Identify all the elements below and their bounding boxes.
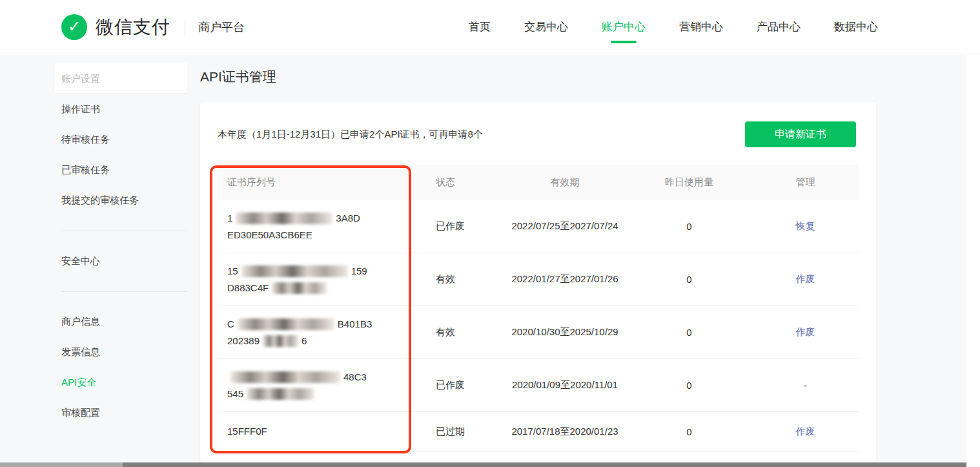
top-header: ✓ 微信支付 商户平台 首页交易中心账户中心营销中心产品中心数据中心: [0, 0, 980, 54]
sidebar-item[interactable]: 已审核任务: [55, 154, 187, 185]
table-row: 13A8DED30E50A3CB6EE已作废2022/07/25至2027/07…: [218, 200, 859, 253]
nav-item[interactable]: 数据中心: [834, 21, 878, 34]
serial-fragment: 202389: [227, 335, 260, 346]
sidebar-divider: [55, 276, 187, 306]
action-link[interactable]: 恢复: [796, 220, 815, 231]
nav-item[interactable]: 账户中心: [602, 21, 646, 34]
validity-cell: 2020/10/30至2025/10/29: [504, 326, 626, 338]
table-header: 证书序列号状态有效期昨日使用量管理: [218, 165, 859, 200]
serial-fragment: 15: [227, 265, 238, 276]
action-cell: 恢复: [752, 220, 859, 233]
logo-group: ✓ 微信支付 商户平台: [61, 0, 245, 54]
serial-fragment: 6: [301, 335, 307, 346]
usage-cell: 0: [626, 380, 752, 391]
page-title: API证书管理: [200, 68, 276, 86]
logo-text: 微信支付: [96, 15, 170, 39]
certificate-serial: 13A8DED30E50A3CB6EE: [218, 210, 420, 244]
serial-fragment: 15FFF0F: [227, 426, 267, 437]
scrollbar-thumb[interactable]: [123, 462, 966, 467]
table-body: 13A8DED30E50A3CB6EE已作废2022/07/25至2027/07…: [218, 200, 859, 451]
validity-cell: 2017/07/18至2020/01/23: [504, 426, 626, 438]
serial-fragment: 545: [227, 388, 243, 399]
nav-item[interactable]: 产品中心: [757, 21, 801, 34]
status-cell: 已作废: [420, 220, 504, 233]
horizontal-scrollbar[interactable]: [0, 462, 966, 467]
column-header: 昨日使用量: [626, 176, 752, 189]
sidebar-item[interactable]: 操作证书: [55, 94, 187, 124]
column-header: 状态: [420, 176, 504, 189]
sidebar-item[interactable]: 我提交的审核任务: [55, 185, 187, 215]
redacted-blur: [272, 282, 327, 294]
status-cell: 已作废: [420, 379, 504, 391]
redacted-blur: [263, 335, 298, 347]
serial-fragment: B401B3: [338, 318, 372, 329]
nav-item[interactable]: 首页: [469, 21, 491, 34]
redacted-blur: [230, 371, 340, 383]
action-link[interactable]: 作废: [796, 326, 815, 337]
action-cell: 作废: [752, 273, 859, 285]
table-row: 48C3545已作废2020/01/09至2020/11/010-: [218, 359, 859, 412]
certificate-table: 证书序列号状态有效期昨日使用量管理 13A8DED30E50A3CB6EE已作废…: [218, 165, 859, 451]
serial-fragment: 1: [227, 213, 232, 223]
serial-fragment: 48C3: [343, 371, 367, 382]
column-header: 证书序列号: [218, 176, 420, 189]
column-header: 管理: [752, 176, 859, 189]
quota-text: 本年度（1月1日-12月31日）已申请2个API证书，可再申请8个: [218, 129, 483, 140]
quota-row: 本年度（1月1日-12月31日）已申请2个API证书，可再申请8个 申请新证书: [218, 121, 859, 147]
nav-item[interactable]: 交易中心: [524, 21, 568, 34]
action-dash: -: [804, 380, 807, 391]
sidebar-item[interactable]: 审核配置: [55, 397, 187, 428]
apply-new-certificate-button[interactable]: 申请新证书: [745, 121, 856, 147]
sidebar-item[interactable]: 待审核任务: [55, 124, 187, 154]
certificate-serial: 48C3545: [218, 369, 420, 402]
status-cell: 有效: [420, 326, 504, 338]
redacted-blur: [241, 265, 348, 277]
column-header: 有效期: [504, 176, 626, 189]
validity-cell: 2022/01/27至2027/01/26: [504, 273, 626, 285]
sidebar-item[interactable]: 商户信息: [55, 306, 187, 337]
sidebar-item[interactable]: 发票信息: [55, 337, 187, 367]
serial-fragment: D883C4F: [227, 282, 269, 293]
action-cell: -: [752, 380, 859, 391]
redacted-blur: [236, 213, 332, 224]
redacted-blur: [238, 318, 334, 330]
wechat-pay-logo-icon: ✓: [61, 14, 87, 40]
serial-fragment: C: [227, 318, 234, 329]
usage-cell: 0: [626, 221, 752, 232]
sidebar-group-header: 账户设置: [55, 63, 187, 94]
usage-cell: 0: [626, 426, 752, 437]
sidebar: 个人设置个人信息操作证书待审核任务已审核任务我提交的审核任务安全中心账户设置商户…: [55, 63, 187, 428]
validity-cell: 2020/01/09至2020/11/01: [504, 379, 626, 391]
table-row: 15FFF0F已过期2017/07/18至2020/01/230作废: [218, 412, 859, 451]
main-nav: 首页交易中心账户中心营销中心产品中心数据中心: [469, 0, 878, 54]
sidebar-item[interactable]: API安全: [55, 367, 187, 397]
serial-fragment: ED30E50A3CB6EE: [227, 229, 312, 240]
certificate-serial: 15FFF0F: [218, 423, 420, 440]
portal-label: 商户平台: [198, 19, 245, 35]
serial-fragment: 159: [351, 265, 367, 276]
action-cell: 作废: [752, 326, 859, 338]
table-row: CB401B32023896有效2020/10/30至2025/10/290作废: [218, 306, 859, 359]
sidebar-item[interactable]: 安全中心: [55, 245, 187, 276]
sidebar-divider: [55, 215, 187, 245]
certificate-serial: CB401B32023896: [218, 316, 420, 349]
action-cell: 作废: [752, 426, 859, 438]
usage-cell: 0: [626, 327, 752, 338]
validity-cell: 2022/07/25至2027/07/24: [504, 220, 626, 233]
serial-fragment: 3A8D: [336, 213, 360, 223]
certificate-serial: 15159D883C4F: [218, 263, 420, 296]
table-row: 15159D883C4F有效2022/01/27至2027/01/260作废: [218, 253, 859, 306]
action-link[interactable]: 作废: [796, 426, 815, 437]
logo-divider: [185, 19, 185, 36]
nav-item[interactable]: 营销中心: [679, 21, 723, 34]
status-cell: 有效: [420, 273, 504, 285]
usage-cell: 0: [626, 274, 752, 285]
certificate-card: 本年度（1月1日-12月31日）已申请2个API证书，可再申请8个 申请新证书 …: [200, 102, 876, 462]
status-cell: 已过期: [420, 426, 504, 438]
action-link[interactable]: 作废: [796, 273, 815, 284]
check-icon: ✓: [61, 14, 87, 40]
redacted-blur: [247, 388, 314, 400]
